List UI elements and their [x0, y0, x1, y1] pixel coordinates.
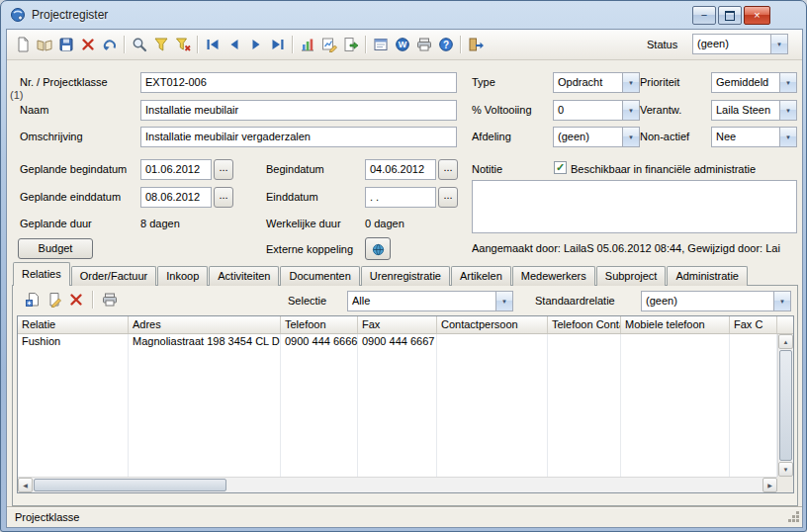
tab-activiteiten[interactable]: Activiteiten [209, 266, 279, 286]
column-header-adres[interactable]: Adres [129, 316, 281, 333]
begindatum-input[interactable]: 04.06.2012 [365, 159, 436, 180]
titlebar[interactable]: Projectregister − × [1, 1, 806, 29]
export-icon[interactable] [341, 35, 361, 54]
minimize-button[interactable]: − [692, 6, 716, 25]
maximize-button[interactable] [718, 6, 742, 25]
open-icon[interactable] [35, 35, 54, 54]
scroll-down-icon[interactable]: ▼ [778, 462, 793, 477]
status-combobox-value: (geen) [693, 35, 770, 53]
chevron-down-icon[interactable]: ▼ [622, 73, 639, 92]
nav-last-icon[interactable] [268, 35, 288, 54]
relatie-edit-icon[interactable] [45, 290, 64, 310]
nr-input[interactable]: EXT012-006 [140, 72, 457, 93]
prioriteit-combobox[interactable]: Gemiddeld ▼ [711, 72, 797, 93]
tab-administratie[interactable]: Administratie [667, 266, 748, 286]
tab-subproject[interactable]: Subproject [596, 266, 667, 286]
column-header-telefoon-contactpersoon[interactable]: Telefoon Contactpers [548, 316, 621, 333]
column-header-relatie[interactable]: Relatie [18, 316, 129, 333]
save-icon[interactable] [56, 35, 76, 54]
undo-icon[interactable] [100, 35, 120, 54]
beschikbaar-checkbox[interactable]: ✓ [554, 161, 567, 174]
nav-prev-icon[interactable] [224, 35, 244, 54]
properties-icon[interactable] [371, 35, 391, 54]
column-header-telefoon[interactable]: Telefoon [281, 316, 358, 333]
chevron-down-icon[interactable]: ▼ [779, 73, 796, 92]
relatie-print-icon[interactable] [100, 290, 120, 310]
tab-documenten[interactable]: Documenten [280, 266, 359, 286]
chart-edit-icon[interactable] [319, 35, 339, 54]
geplande-einddatum-datepicker-button[interactable]: ... [214, 187, 233, 208]
print-icon[interactable] [414, 35, 434, 54]
tab-artikelen[interactable]: Artikelen [451, 266, 511, 286]
column-gridlines [18, 334, 777, 477]
type-combobox[interactable]: Opdracht ▼ [553, 72, 640, 93]
nav-next-icon[interactable] [246, 35, 266, 54]
tab-order-factuur[interactable]: Order/Factuur [71, 266, 156, 286]
chevron-down-icon[interactable]: ▼ [622, 128, 639, 146]
chevron-down-icon[interactable]: ▼ [779, 101, 796, 120]
link-globe-icon [371, 242, 386, 254]
chevron-down-icon[interactable]: ▼ [495, 292, 512, 310]
budget-button[interactable]: Budget [18, 238, 93, 259]
nonactief-combobox[interactable]: Nee ▼ [711, 127, 797, 147]
column-header-fax-contactpersoon[interactable]: Fax C [730, 316, 777, 333]
verantwoordelijke-combobox[interactable]: Laila Steen ▼ [711, 100, 797, 121]
geplande-einddatum-input[interactable]: 08.06.2012 [140, 187, 212, 208]
close-button[interactable]: × [744, 6, 770, 25]
relatie-delete-icon[interactable] [66, 290, 86, 310]
geplande-begindatum-datepicker-button[interactable]: ... [214, 159, 233, 180]
tab-relaties[interactable]: Relaties [13, 262, 70, 286]
globe-icon[interactable]: W [393, 35, 412, 54]
exit-icon[interactable] [466, 35, 486, 54]
scroll-up-icon[interactable]: ▲ [778, 334, 793, 349]
einddatum-input[interactable]: . . [365, 187, 436, 208]
delete-icon[interactable] [78, 35, 98, 54]
einddatum-datepicker-button[interactable]: ... [438, 187, 458, 208]
new-icon[interactable] [13, 35, 33, 54]
scroll-left-icon[interactable]: ◀ [18, 478, 33, 492]
begindatum-datepicker-button[interactable]: ... [438, 159, 458, 180]
standaardrelatie-combobox[interactable]: (geen) ▼ [641, 291, 791, 311]
horizontal-scroll-thumb[interactable] [34, 479, 226, 491]
status-combobox[interactable]: (geen) ▼ [692, 34, 788, 54]
nr-label: Nr. / Projectklasse [20, 76, 108, 89]
notitie-textarea[interactable] [472, 180, 797, 233]
tab-inkoop[interactable]: Inkoop [157, 266, 208, 286]
column-header-mobiele-telefoon[interactable]: Mobiele telefoon [621, 316, 730, 333]
horizontal-scrollbar[interactable]: ◀ ▶ [18, 477, 777, 492]
naam-input[interactable]: Installatie meubilair [140, 100, 457, 121]
check-icon: ✓ [556, 162, 565, 173]
afdeling-combobox[interactable]: (geen) ▼ [553, 127, 640, 147]
chevron-down-icon[interactable]: ▼ [770, 35, 787, 53]
vertical-scroll-thumb[interactable] [779, 350, 792, 461]
minimize-icon: − [701, 10, 707, 21]
externe-koppeling-label: Externe koppeling [266, 243, 353, 256]
resize-grip-icon[interactable] [787, 510, 800, 525]
geplande-duur-label: Geplande duur [20, 218, 92, 230]
externe-koppeling-button[interactable] [365, 237, 391, 260]
relatie-add-icon[interactable] [23, 290, 43, 310]
search-icon[interactable] [130, 35, 149, 54]
tab-urenregistratie[interactable]: Urenregistratie [361, 266, 450, 286]
toolbar-separator [292, 36, 293, 53]
app-icon [10, 7, 26, 23]
omschrijving-input[interactable]: Installatie meubilair vergaderzalen [140, 127, 457, 147]
column-header-fax[interactable]: Fax [358, 316, 437, 333]
chevron-down-icon[interactable]: ▼ [779, 128, 796, 146]
status-label: Status [647, 39, 677, 51]
filter-clear-icon[interactable] [173, 35, 193, 54]
nav-first-icon[interactable] [203, 35, 223, 54]
tab-medewerkers[interactable]: Medewerkers [512, 266, 595, 286]
vertical-scrollbar[interactable]: ▲ ▼ [777, 334, 793, 477]
chevron-down-icon[interactable]: ▼ [622, 101, 639, 120]
column-header-contactpersoon[interactable]: Contactpersoon [437, 316, 548, 333]
filter-icon[interactable] [151, 35, 171, 54]
help-icon[interactable]: ? [436, 35, 456, 54]
geplande-begindatum-input[interactable]: 01.06.2012 [140, 159, 212, 180]
chart-icon[interactable] [298, 35, 317, 54]
scroll-right-icon[interactable]: ▶ [762, 478, 777, 492]
chevron-down-icon[interactable]: ▼ [773, 292, 790, 310]
selectie-combobox[interactable]: Alle ▼ [347, 291, 513, 311]
voltooiing-combobox[interactable]: 0 ▼ [553, 100, 640, 121]
table-row[interactable]: Fushion Magnoliastraat 198 3454 CL D 090… [18, 334, 777, 350]
